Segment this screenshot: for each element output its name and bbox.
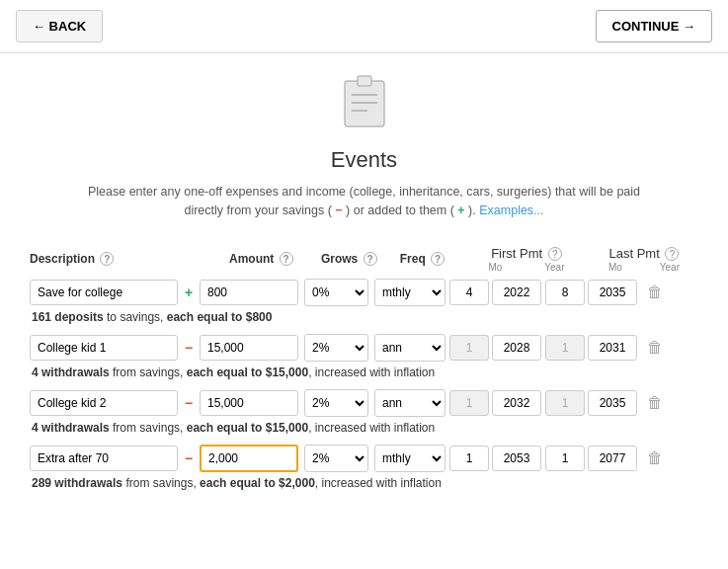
- delete-btn-3[interactable]: 🗑: [645, 392, 665, 414]
- first-pmt-header: First Pmt: [491, 246, 542, 261]
- amount-input-4[interactable]: [200, 445, 298, 472]
- freq-select-1[interactable]: mthlyannqrtly: [374, 279, 445, 306]
- last-year-3[interactable]: [588, 390, 637, 416]
- subtitle: Please enter any one-off expenses and in…: [78, 183, 651, 220]
- freq-select-3[interactable]: mthlyannqrtly: [374, 389, 445, 417]
- delete-btn-1[interactable]: 🗑: [645, 282, 665, 303]
- amount-help-icon[interactable]: ?: [280, 252, 293, 266]
- amount-header: Amount: [229, 252, 274, 266]
- back-button[interactable]: ← BACK: [16, 10, 103, 42]
- grows-select-1[interactable]: 0%1%2%3%: [304, 279, 368, 306]
- summary-4: 289 withdrawals from savings, each equal…: [30, 476, 698, 490]
- last-year-1[interactable]: [588, 280, 637, 305]
- sign-2: −: [178, 340, 200, 356]
- first-year-1[interactable]: [492, 280, 541, 305]
- desc-input-2[interactable]: [30, 335, 178, 361]
- last-mo-4[interactable]: [545, 446, 585, 471]
- row-container-1: + 0%1%2%3% mthlyannqrtly 🗑 161 deposits …: [30, 279, 698, 324]
- last-year-label: Year: [660, 262, 680, 273]
- last-mo-1[interactable]: [545, 280, 585, 305]
- amount-input-2[interactable]: [200, 335, 298, 361]
- summary-3: 4 withdrawals from savings, each equal t…: [30, 421, 698, 435]
- first-mo-2[interactable]: [449, 335, 489, 361]
- desc-header: Description: [30, 252, 95, 266]
- sign-3: −: [178, 395, 200, 411]
- desc-input-3[interactable]: [30, 390, 178, 416]
- first-year-3[interactable]: [492, 390, 541, 416]
- grows-help-icon[interactable]: ?: [364, 252, 377, 266]
- svg-rect-1: [358, 76, 371, 86]
- row-container-3: − 0%2%3% mthlyannqrtly 🗑 4 withdrawals f…: [30, 389, 698, 435]
- desc-input-4[interactable]: [30, 446, 178, 471]
- last-year-2[interactable]: [588, 335, 637, 361]
- clipboard-icon: [0, 73, 728, 139]
- grows-select-3[interactable]: 0%2%3%: [304, 389, 368, 417]
- first-mo-1[interactable]: [449, 280, 489, 305]
- grows-header: Grows: [321, 252, 358, 266]
- minus-symbol: −: [335, 203, 342, 217]
- sign-4: −: [178, 450, 200, 466]
- first-mo-4[interactable]: [449, 446, 489, 471]
- amount-input-3[interactable]: [200, 390, 298, 416]
- first-mo-3[interactable]: [449, 390, 489, 416]
- freq-select-4[interactable]: mthlyannqrtly: [374, 445, 445, 472]
- row-container-2: − 0%2%3% mthlyannqrtly 🗑 4 withdrawals f…: [30, 334, 698, 379]
- delete-btn-4[interactable]: 🗑: [645, 447, 665, 469]
- desc-input-1[interactable]: [30, 280, 178, 305]
- top-bar: ← BACK CONTINUE →: [0, 0, 728, 53]
- last-mo-label: Mo: [608, 262, 622, 273]
- last-pmt-help-icon[interactable]: ?: [665, 247, 679, 261]
- page-title: Events: [0, 147, 728, 173]
- plus-symbol: +: [457, 203, 464, 217]
- event-row-3: − 0%2%3% mthlyannqrtly 🗑: [30, 389, 698, 417]
- freq-select-2[interactable]: mthlyannqrtly: [374, 334, 445, 362]
- event-row-1: + 0%1%2%3% mthlyannqrtly 🗑: [30, 279, 698, 306]
- event-row-4: − 0%2%3% mthlyannqrtly 🗑: [30, 445, 698, 472]
- freq-header: Freq: [400, 252, 426, 266]
- row-container-4: − 0%2%3% mthlyannqrtly 🗑 289 withdrawals…: [30, 445, 698, 490]
- last-mo-3[interactable]: [545, 390, 585, 416]
- grows-select-4[interactable]: 0%2%3%: [304, 445, 368, 472]
- first-year-4[interactable]: [492, 446, 541, 471]
- grows-select-2[interactable]: 0%2%3%: [304, 334, 368, 362]
- column-headers: Description ? Amount ? Grows ? Freq ? Fi…: [30, 246, 698, 273]
- amount-input-1[interactable]: [200, 280, 298, 305]
- last-year-4[interactable]: [588, 446, 637, 471]
- last-pmt-header: Last Pmt: [609, 246, 660, 261]
- sign-1: +: [178, 284, 200, 300]
- event-row-2: − 0%2%3% mthlyannqrtly 🗑: [30, 334, 698, 362]
- desc-help-icon[interactable]: ?: [100, 252, 114, 266]
- delete-btn-2[interactable]: 🗑: [645, 337, 665, 359]
- first-year-label: Year: [544, 262, 564, 273]
- summary-1: 161 deposits to savings, each equal to $…: [30, 310, 698, 324]
- freq-help-icon[interactable]: ?: [431, 252, 445, 266]
- first-pmt-help-icon[interactable]: ?: [548, 247, 562, 261]
- last-mo-2[interactable]: [545, 335, 585, 361]
- continue-button[interactable]: CONTINUE →: [596, 10, 713, 42]
- first-mo-label: Mo: [488, 262, 502, 273]
- first-year-2[interactable]: [492, 335, 541, 361]
- table-section: Description ? Amount ? Grows ? Freq ? Fi…: [0, 230, 728, 516]
- examples-link[interactable]: Examples...: [479, 203, 543, 217]
- header-section: Events Please enter any one-off expenses…: [0, 53, 728, 230]
- summary-2: 4 withdrawals from savings, each equal t…: [30, 366, 698, 379]
